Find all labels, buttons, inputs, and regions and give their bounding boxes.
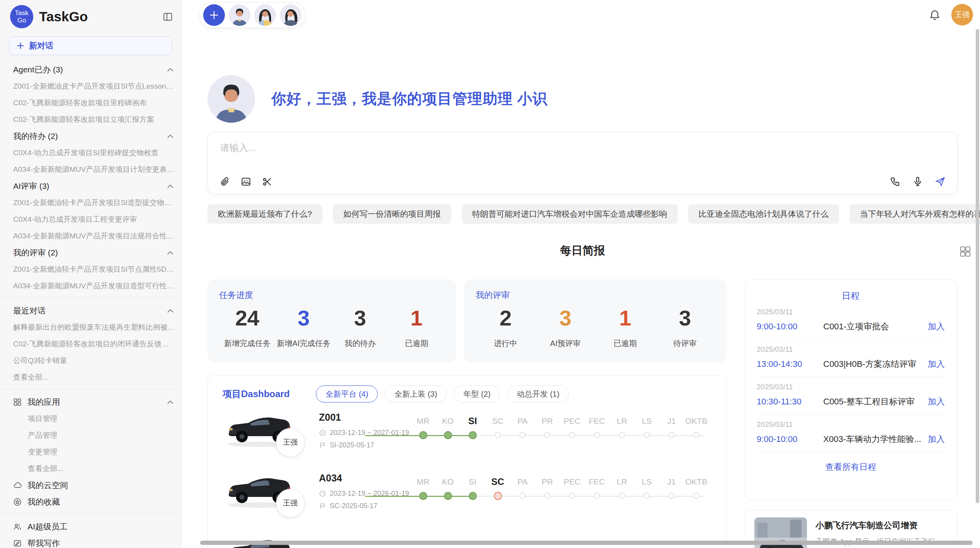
- section-recent-chats[interactable]: 最近对话: [13, 302, 182, 319]
- schedule-time: 9:00-10:00: [757, 322, 823, 332]
- stat-ai-prereview: 3 AI预评审: [536, 307, 596, 349]
- schedule-time: 9:00-10:00: [757, 434, 823, 444]
- conversation-item[interactable]: 公司Q3轻卡销量: [13, 352, 182, 369]
- suggestion-chip[interactable]: 比亚迪全固态电池计划具体说了什么: [688, 204, 839, 224]
- schedule-event-title: C001-立项审批会: [823, 321, 923, 332]
- suggestion-chip[interactable]: 特朗普可能对进口汽车增税会对中国车企造成哪些影响: [462, 204, 678, 224]
- send-icon[interactable]: [935, 176, 946, 187]
- stat-in-progress: 2 进行中: [476, 307, 536, 349]
- screenshot-scissors-icon[interactable]: [262, 176, 272, 187]
- divider: [0, 514, 182, 514]
- join-link[interactable]: 加入: [928, 358, 945, 370]
- grid-layout-icon[interactable]: [959, 245, 971, 258]
- add-member-button[interactable]: [203, 4, 225, 26]
- chevron-up-icon: [167, 308, 174, 313]
- chat-input[interactable]: [219, 141, 947, 159]
- section-title: AI评审 (3): [13, 181, 49, 192]
- microphone-icon[interactable]: [912, 176, 923, 187]
- team-avatar-2[interactable]: [254, 4, 276, 26]
- schedule-time: 13:00-14:30: [757, 359, 823, 369]
- flag-icon: [319, 502, 326, 510]
- conversation-item[interactable]: 解释最新出台的欧盟报废车法规再生塑料比例被调至15%...: [13, 319, 182, 336]
- section-agent-done[interactable]: Agent已办 (3): [13, 61, 182, 78]
- sidebar-item-cloud-space[interactable]: 我的云空间: [13, 477, 182, 493]
- new-chat-button[interactable]: 新对话: [9, 36, 172, 55]
- bell-icon[interactable]: [929, 9, 941, 21]
- flag-icon: [319, 442, 326, 449]
- sidebar-item-help-write[interactable]: 帮我写作: [13, 535, 182, 548]
- attachment-icon[interactable]: [219, 176, 230, 187]
- section-title: 我的待办 (2): [13, 131, 58, 142]
- filter-powertrain[interactable]: 动总开发 (1): [507, 385, 569, 402]
- conversation-item[interactable]: Z001-全新燃油轻卡产品开发项目SI节点属性5D文件评审: [13, 261, 182, 277]
- user-avatar[interactable]: 王强: [951, 4, 973, 26]
- card-title: 任务进度: [219, 289, 445, 301]
- conversation-item[interactable]: A034-全新新能源MUV产品开发项目法规符合性评审: [13, 228, 182, 244]
- image-icon[interactable]: [241, 176, 251, 187]
- team-avatar-1[interactable]: [229, 4, 250, 26]
- conversation-item[interactable]: A034-全新新能源MUV产品开发项目造型可行性评审: [13, 277, 182, 294]
- plus-icon: [17, 42, 24, 50]
- view-all-schedule-link[interactable]: 查看所有日程: [757, 461, 945, 473]
- join-link[interactable]: 加入: [928, 396, 945, 408]
- project-dashboard-card: 项目Dashboard 全新平台 (4) 全新上装 (3) 年型 (2) 动总开…: [207, 375, 726, 548]
- team-avatar-3[interactable]: [280, 4, 302, 26]
- schedule-item: 2025/03/11 9:00-10:00 C001-立项审批会 加入: [757, 302, 945, 339]
- sidebar-item-favorites[interactable]: 我的收藏: [13, 493, 182, 510]
- schedule-event-title: C003|H0B-方案冻结评审: [823, 358, 923, 370]
- taskgo-logo: Task Go: [10, 5, 33, 28]
- chat-composer: [207, 132, 958, 194]
- suggestion-chip[interactable]: 如何写一份清晰的项目周报: [333, 204, 451, 224]
- conversation-item[interactable]: C0X4-动力总成开发项目SI里程碑提交物检查: [13, 144, 182, 161]
- collapse-panel-icon[interactable]: [163, 12, 173, 22]
- horizontal-scrollbar[interactable]: [200, 541, 973, 545]
- filter-new-body[interactable]: 全新上装 (3): [385, 385, 447, 402]
- suggestion-chip[interactable]: 欧洲新规最近颁布了什么?: [207, 204, 322, 224]
- app-item[interactable]: 项目管理: [13, 410, 182, 427]
- milestone-track: MR KO SI SC PA PR PEC FEC LR LS J1 OKTB: [365, 469, 713, 512]
- greeting-text: 你好，王强，我是你的项目管理助理 小识: [271, 89, 548, 109]
- phone-icon[interactable]: [890, 176, 901, 187]
- stat-new-completed: 24 新增完成任务: [219, 307, 276, 349]
- project-owner-badge: 王强: [276, 428, 305, 457]
- project-row-a034[interactable]: 王强 A034 2023-12-19 ~ 2026-01-19 SC-2025-…: [224, 469, 712, 527]
- section-ai-review[interactable]: AI评审 (3): [13, 178, 182, 194]
- section-my-review[interactable]: 我的评审 (2): [13, 244, 182, 261]
- people-icon: [13, 522, 22, 531]
- schedule-item: 2025/03/11 10:30-11:30 C005-整车工程目标评审 加入: [757, 377, 945, 414]
- filter-model-year[interactable]: 年型 (2): [454, 385, 500, 402]
- project-car-image: [224, 531, 294, 548]
- join-link[interactable]: 加入: [928, 321, 945, 332]
- conversation-item[interactable]: Z001-全新燃油轻卡产品开发项目SI造型提交物评审: [13, 194, 182, 211]
- suggestion-chip[interactable]: 当下年轻人对汽车外观有怎样的喜好趋势: [850, 204, 980, 224]
- clock-icon: [319, 490, 326, 497]
- schedule-date: 2025/03/11: [757, 308, 945, 316]
- vertical-scrollbar[interactable]: [976, 29, 979, 503]
- conversation-item[interactable]: C02-飞腾新能源轻客改款项目里程碑画布: [13, 94, 182, 111]
- conversation-item[interactable]: C0X4-动力总成开发项目工程变更评审: [13, 211, 182, 228]
- sidebar: Task Go TaskGo 新对话 Agent已办 (3): [0, 0, 182, 548]
- view-all-conversations[interactable]: 查看全部...: [13, 369, 182, 385]
- join-link[interactable]: 加入: [928, 433, 945, 445]
- assistant-avatar: [207, 75, 255, 123]
- milestone-track: MR KO SI SC PA PR PEC FEC LR LS J1 OKTB: [365, 409, 713, 451]
- conversation-item[interactable]: A034-全新新能源MUV产品开发项目计划变更表编写: [13, 161, 182, 178]
- sidebar-list: Agent已办 (3) Z001-全新燃油皮卡产品开发项目SI节点Lesson …: [0, 55, 182, 548]
- app-item[interactable]: 变更管理: [13, 444, 182, 460]
- view-all-apps[interactable]: 查看全部...: [13, 460, 182, 477]
- filter-new-platform[interactable]: 全新平台 (4): [316, 385, 378, 402]
- conversation-item[interactable]: C02-飞腾新能源轻客改款项目的闭环通告反馈情况: [13, 336, 182, 352]
- new-chat-label: 新对话: [29, 40, 53, 51]
- sidebar-item-ai-employee[interactable]: AI超级员工: [13, 518, 182, 535]
- conversation-item[interactable]: C02-飞腾新能源轻客改款项目立项汇报方案: [13, 111, 182, 128]
- section-my-todo[interactable]: 我的待办 (2): [13, 128, 182, 144]
- schedule-time: 10:30-11:30: [757, 397, 823, 407]
- schedule-date: 2025/03/11: [757, 383, 945, 391]
- stat-my-todo: 3 我的待办: [332, 307, 389, 349]
- conversation-item[interactable]: Z001-全新燃油皮卡产品开发项目SI节点Lesson Learn报告: [13, 78, 182, 94]
- sidebar-item-my-apps[interactable]: 我的应用: [13, 394, 182, 410]
- project-row-z001[interactable]: 王强 Z001 2023-12-19 ~ 2027-01-19 SI-2025-…: [224, 409, 712, 467]
- app-item[interactable]: 产品管理: [13, 427, 182, 444]
- section-title: 最近对话: [13, 305, 46, 316]
- schedule-date: 2025/03/11: [757, 420, 945, 429]
